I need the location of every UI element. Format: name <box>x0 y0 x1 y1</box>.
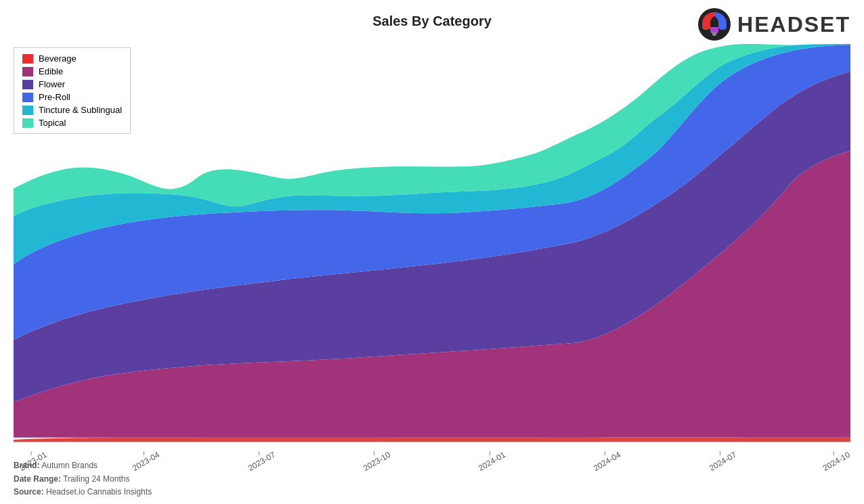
x-label-2024-01: 2024-01 <box>477 450 507 473</box>
footer-source-value: Headset.io Cannabis Insights <box>46 487 152 497</box>
chart-svg <box>14 44 850 443</box>
x-label-2024-10: 2024-10 <box>821 450 852 473</box>
footer-brand: Brand: Autumn Brands <box>14 459 152 472</box>
x-label-2024-04: 2024-04 <box>592 450 622 473</box>
x-label-2023-07: 2023-07 <box>246 450 276 473</box>
svg-rect-3 <box>712 32 716 36</box>
footer-date-value: Trailing 24 Months <box>63 474 129 484</box>
headset-logo-icon <box>697 7 732 42</box>
footer-source: Source: Headset.io Cannabis Insights <box>14 486 152 499</box>
footer-source-label: Source: <box>14 487 44 497</box>
x-label-2024-07: 2024-07 <box>708 450 738 473</box>
footer-brand-value: Autumn Brands <box>41 461 98 470</box>
chart-title: Sales By Category <box>372 14 492 29</box>
footer-brand-label: Brand: <box>14 461 40 470</box>
svg-point-2 <box>720 23 725 28</box>
footer-info: Brand: Autumn Brands Date Range: Trailin… <box>14 459 152 499</box>
chart-container: HEADSET Sales By Category Beverage Edibl… <box>0 0 864 504</box>
footer-daterange: Date Range: Trailing 24 Months <box>14 473 152 486</box>
x-label-2023-10: 2023-10 <box>362 450 392 473</box>
svg-point-1 <box>704 23 709 28</box>
logo-text: HEADSET <box>737 12 850 37</box>
chart-area <box>14 44 850 443</box>
beverage-area <box>14 437 850 442</box>
header-logo: HEADSET <box>697 7 850 42</box>
footer-date-label: Date Range: <box>14 474 61 484</box>
